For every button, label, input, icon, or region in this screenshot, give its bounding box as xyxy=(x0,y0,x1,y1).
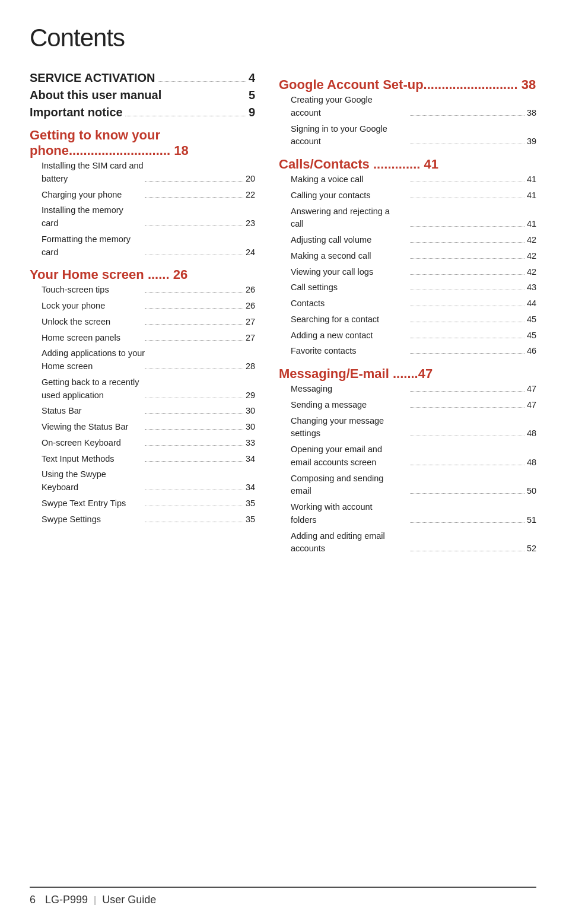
toc-sub-entry: Adding a new contact45 xyxy=(279,329,536,342)
toc-page-num: 35 xyxy=(246,497,255,510)
toc-dots xyxy=(410,182,524,182)
toc-sub-multi-entry: Opening your email andemail accounts scr… xyxy=(279,443,536,469)
toc-dots xyxy=(145,461,243,462)
toc-sub-text: settings xyxy=(291,427,408,440)
toc-sub-multi-entry: Composing and sendingemail50 xyxy=(279,472,536,498)
toc-dots xyxy=(145,226,243,226)
toc-top-entry: About this user manual5 xyxy=(30,88,255,102)
footer-page: 6 xyxy=(30,894,36,906)
toc-sub-last-row: account39 xyxy=(291,135,536,148)
toc-top-text: Important notice xyxy=(30,106,123,119)
toc-page-num: 50 xyxy=(527,485,536,498)
toc-dots xyxy=(145,490,243,490)
right-column: Google Account Set-up...................… xyxy=(279,69,536,558)
footer: 6 LG-P999 | User Guide xyxy=(30,887,536,906)
toc-sub-text: Favorite contacts xyxy=(291,345,408,358)
toc-sub-text: account xyxy=(291,107,408,120)
toc-sub-last-row: call41 xyxy=(291,218,536,231)
toc-sub-text: account xyxy=(291,135,408,148)
toc-dots xyxy=(410,551,524,551)
toc-sub-entry: Making a second call42 xyxy=(279,250,536,263)
toc-sub-entry: Sending a message47 xyxy=(279,399,536,412)
toc-sub-multi-entry: Installing the SIM card andbattery20 xyxy=(30,160,255,186)
toc-page-num: 45 xyxy=(527,313,536,326)
toc-sub-text: Touch-screen tips xyxy=(42,284,142,297)
toc-sub-entry: Making a voice call41 xyxy=(279,173,536,186)
toc-sub-text: Unlock the screen xyxy=(42,316,142,329)
toc-sub-last-row: accounts52 xyxy=(291,542,536,555)
toc-sub-text: Call settings xyxy=(291,281,408,294)
toc-page-num: 24 xyxy=(246,246,255,259)
toc-section-heading: Google Account Set-up...................… xyxy=(279,77,536,93)
toc-dots xyxy=(145,413,243,414)
toc-page-num: 38 xyxy=(527,107,536,120)
toc-page-num: 46 xyxy=(527,345,536,358)
toc-sub-entry: On-screen Keyboard33 xyxy=(30,437,255,450)
toc-page-num: 26 xyxy=(246,284,255,297)
toc-page-num: 29 xyxy=(246,389,255,402)
footer-brand: LG-P999 xyxy=(45,894,88,906)
toc-sub-line: Changing your message xyxy=(291,415,536,428)
footer-guide: User Guide xyxy=(102,894,156,906)
toc-sub-entry: Home screen panels27 xyxy=(30,332,255,345)
toc-page-num: 9 xyxy=(249,106,255,119)
toc-sub-text: Sending a message xyxy=(291,399,408,412)
toc-sub-text: accounts xyxy=(291,542,408,555)
toc-page-num: 42 xyxy=(527,234,536,247)
toc-page-num: 28 xyxy=(246,360,255,373)
toc-dots xyxy=(145,255,243,255)
footer-separator: | xyxy=(94,895,96,906)
toc-sub-multi-entry: Using the SwypeKeyboard34 xyxy=(30,468,255,494)
toc-page-num: 33 xyxy=(246,437,255,450)
toc-page-num: 34 xyxy=(246,481,255,494)
toc-sub-text: Swype Text Entry Tips xyxy=(42,497,142,510)
toc-sub-line: Getting back to a recently xyxy=(42,376,255,389)
toc-dots xyxy=(145,197,243,198)
toc-dots xyxy=(410,465,524,465)
toc-dots xyxy=(410,436,524,436)
toc-page-num: 27 xyxy=(246,332,255,345)
toc-dots xyxy=(410,407,524,408)
toc-dots xyxy=(410,258,524,259)
toc-sub-text: Calling your contacts xyxy=(291,189,408,202)
toc-page-num: 27 xyxy=(246,316,255,329)
toc-page-num: 4 xyxy=(249,71,255,85)
toc-sub-multi-entry: Formatting the memorycard24 xyxy=(30,233,255,259)
toc-dots xyxy=(145,324,243,325)
toc-sub-last-row: email accounts screen48 xyxy=(291,456,536,469)
toc-sub-entry: Lock your phone26 xyxy=(30,300,255,313)
toc-dots xyxy=(410,522,524,523)
toc-sub-last-row: card23 xyxy=(42,217,255,230)
toc-sub-line: Opening your email and xyxy=(291,443,536,456)
toc-page-num: 42 xyxy=(527,250,536,263)
toc-sub-entry: Adjusting call volume42 xyxy=(279,234,536,247)
toc-sub-multi-entry: Changing your messagesettings48 xyxy=(279,415,536,441)
toc-dots xyxy=(410,353,524,354)
toc-page-num: 44 xyxy=(527,297,536,310)
toc-sub-text: On-screen Keyboard xyxy=(42,437,142,450)
toc-page-num: 34 xyxy=(246,453,255,466)
toc-sub-entry: Unlock the screen27 xyxy=(30,316,255,329)
toc-page-num: 41 xyxy=(527,218,536,231)
toc-sub-last-row: folders51 xyxy=(291,514,536,527)
toc-section-heading: Messaging/E-mail .......47 xyxy=(279,366,536,382)
toc-dots xyxy=(410,306,524,306)
toc-sub-entry: Searching for a contact45 xyxy=(279,313,536,326)
page-title: Contents xyxy=(30,24,536,52)
toc-sub-last-row: Home screen28 xyxy=(42,360,255,373)
toc-dots xyxy=(410,493,524,494)
toc-dots xyxy=(145,445,243,446)
toc-sub-entry: Status Bar30 xyxy=(30,405,255,418)
toc-page-num: 48 xyxy=(527,456,536,469)
toc-sub-text: Making a voice call xyxy=(291,173,408,186)
toc-sub-text: email xyxy=(291,485,408,498)
toc-page-num: 47 xyxy=(527,399,536,412)
toc-sub-text: folders xyxy=(291,514,408,527)
toc-page-num: 35 xyxy=(246,513,255,526)
toc-sub-line: Installing the SIM card and xyxy=(42,160,255,173)
toc-sub-entry: Charging your phone22 xyxy=(30,189,255,202)
toc-dots xyxy=(145,369,243,369)
toc-sub-entry: Viewing the Status Bar30 xyxy=(30,421,255,434)
toc-dots xyxy=(410,144,524,144)
toc-sub-last-row: Keyboard34 xyxy=(42,481,255,494)
